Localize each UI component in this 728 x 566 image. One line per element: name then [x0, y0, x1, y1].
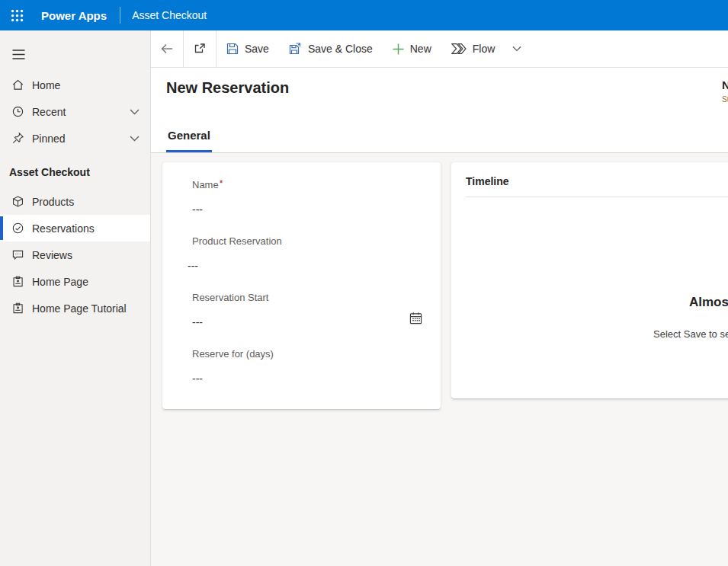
timeline-divider	[466, 197, 728, 197]
timeline-title: Timeline	[466, 175, 728, 187]
page-title: New Reservation	[166, 78, 728, 97]
field-label: Reserve for (days)	[192, 348, 420, 360]
plus-icon	[393, 43, 404, 55]
sidebar-item-home[interactable]: Home	[0, 72, 150, 98]
field-value-input[interactable]: ---	[192, 372, 420, 385]
environment-name[interactable]: Asset Checkout	[132, 9, 207, 21]
page-icon	[11, 275, 24, 289]
field-value-input[interactable]: ---	[192, 203, 420, 216]
flow-icon	[451, 43, 467, 55]
timeline-card: Timeline Almost there Select Save to see…	[451, 162, 728, 398]
datepicker-button[interactable]	[409, 312, 422, 325]
open-in-new-window-button[interactable]	[184, 30, 216, 67]
sidebar-item-home-page[interactable]: Home Page	[0, 268, 150, 295]
sidebar-top-group: Home Recent	[0, 72, 150, 152]
app-name[interactable]: Power Apps	[41, 9, 107, 22]
sidebar-item-products[interactable]: Products	[0, 188, 150, 215]
back-arrow-icon	[161, 43, 173, 54]
field-value-input[interactable]: ---	[192, 315, 420, 329]
waffle-icon	[11, 9, 24, 22]
new-button[interactable]: New	[383, 30, 441, 67]
sidebar-item-label: Products	[32, 196, 74, 208]
header-field-value: New	[722, 78, 728, 92]
field-value-input[interactable]: ---	[188, 259, 420, 273]
flow-button[interactable]: Flow	[441, 30, 505, 67]
timeline-empty-message: Select Save to see your timeline.	[653, 328, 728, 340]
back-button[interactable]	[151, 30, 183, 67]
selection-indicator	[0, 216, 3, 240]
clock-icon	[11, 105, 24, 119]
form-body: Name* --- Product Reservation --- Reserv…	[151, 153, 728, 566]
save-icon	[226, 43, 239, 55]
field-label: Reservation Start	[192, 292, 420, 304]
sidebar-item-reservations[interactable]: Reservations	[0, 215, 150, 241]
app-launcher-button[interactable]	[0, 0, 34, 30]
sidebar-item-recent[interactable]: Recent	[0, 98, 150, 125]
header-field-label: Status	[722, 95, 728, 104]
sidebar-item-label: Recent	[32, 106, 66, 118]
tab-general[interactable]: General	[166, 129, 212, 152]
field-reservation-start: Reservation Start ---	[192, 292, 420, 329]
sidebar-item-label: Reviews	[32, 249, 72, 261]
site-map-sidebar: Home Recent	[0, 30, 151, 566]
sidebar-item-pinned[interactable]: Pinned	[0, 125, 150, 152]
field-label: Name*	[192, 179, 420, 191]
sidebar-item-label: Home Page Tutorial	[32, 302, 127, 315]
save-close-button-label: Save & Close	[308, 43, 373, 55]
chevron-down-icon	[512, 46, 521, 52]
sidemap-toggle-button[interactable]	[5, 41, 32, 67]
topbar-divider	[120, 7, 120, 24]
header-field-clipped: New Status	[722, 78, 728, 104]
commandbar-overflow-button[interactable]	[505, 30, 529, 67]
page-icon	[11, 302, 24, 315]
sidebar-group-header: Asset Checkout	[0, 152, 150, 188]
sidebar-item-label: Home Page	[32, 276, 88, 288]
top-app-bar: Power Apps Asset Checkout	[0, 0, 728, 30]
field-reserve-for-days: Reserve for (days) ---	[192, 348, 420, 385]
sidebar-item-home-page-tutorial[interactable]: Home Page Tutorial	[0, 295, 150, 321]
save-button-label: Save	[245, 43, 269, 55]
field-product-reservation: Product Reservation ---	[192, 235, 420, 273]
form-tab-strip: General	[151, 129, 728, 153]
pin-icon	[11, 132, 24, 145]
popout-icon	[194, 43, 206, 55]
save-and-close-button[interactable]: Save & Close	[279, 30, 383, 67]
comment-icon	[11, 248, 24, 262]
sidebar-item-reviews[interactable]: Reviews	[0, 241, 150, 268]
sidebar-item-label: Pinned	[32, 133, 66, 145]
chevron-down-icon[interactable]	[130, 109, 140, 115]
chevron-down-icon[interactable]	[130, 136, 140, 142]
timeline-empty-heading: Almost there	[689, 295, 728, 310]
flow-button-label: Flow	[473, 43, 495, 55]
new-button-label: New	[410, 43, 431, 55]
app-window: Power Apps Asset Checkout	[0, 0, 728, 566]
check-circle-icon	[11, 222, 24, 235]
home-icon	[11, 78, 24, 92]
field-label: Product Reservation	[192, 235, 420, 248]
sidebar-item-label: Reservations	[32, 222, 95, 235]
cube-icon	[11, 195, 24, 209]
required-asterisk: *	[220, 178, 223, 189]
save-close-icon	[289, 43, 302, 55]
field-name: Name* ---	[192, 179, 420, 216]
calendar-icon	[409, 312, 422, 325]
form-header: New Reservation	[151, 68, 728, 97]
form-section-card: Name* --- Product Reservation --- Reserv…	[162, 162, 441, 409]
save-button[interactable]: Save	[216, 30, 279, 67]
main-panel: Save Save & Close	[151, 30, 728, 566]
sidebar-item-label: Home	[32, 79, 60, 91]
command-bar: Save Save & Close	[151, 30, 728, 68]
hamburger-icon	[12, 50, 25, 59]
sidebar-entity-group: Products Reservations	[0, 188, 150, 321]
